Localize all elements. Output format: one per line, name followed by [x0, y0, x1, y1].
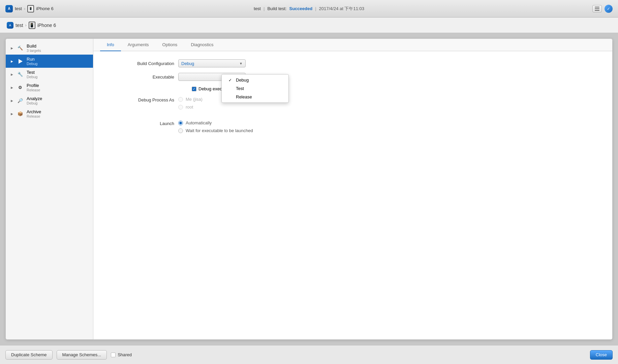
radio-wait-row: Wait for executable to be launched — [178, 128, 253, 133]
close-button[interactable]: Close — [590, 350, 613, 360]
option-debug-check: ✓ — [228, 78, 233, 83]
archive-icon: 📦 — [17, 110, 24, 118]
build-config-row: Build Configuration Debug ▼ — [107, 59, 599, 67]
hamburger-button[interactable] — [592, 5, 602, 12]
sidebar-subtitle-archive: Release — [27, 114, 89, 118]
build-config-value: Debug — [181, 61, 194, 66]
breadcrumb-device-icon: 📱 — [29, 22, 35, 29]
user-avatar[interactable]: ✓ — [605, 5, 613, 13]
xcode-icon: A — [5, 5, 13, 12]
executable-label: Executable — [107, 74, 174, 80]
tab-arguments[interactable]: Arguments — [121, 39, 156, 51]
device-name: iPhone 6 — [36, 6, 53, 11]
debug-process-label: Debug Process As — [107, 97, 174, 102]
hamburger-line3 — [595, 10, 599, 11]
breadcrumb-device[interactable]: iPhone 6 — [37, 23, 56, 28]
option-test-label: Test — [236, 86, 244, 91]
sidebar-arrow-profile: ▶ — [10, 86, 14, 90]
device-icon: 📱 — [27, 5, 34, 12]
radio-auto-row: Automatically — [178, 120, 253, 125]
hamburger-line1 — [595, 7, 599, 7]
breadcrumb-project[interactable]: test — [16, 23, 23, 28]
breadcrumb-xcode-icon: A — [7, 22, 13, 29]
option-debug-label: Debug — [236, 78, 249, 83]
sidebar-subtitle-profile: Release — [27, 88, 89, 92]
sidebar-title-run: Run — [27, 57, 89, 62]
build-config-dropdown[interactable]: Debug ▼ — [178, 59, 246, 67]
status-build-label: Build test: — [267, 6, 286, 11]
radio-me-label: Me (jisa) — [186, 97, 203, 102]
duplicate-scheme-button[interactable]: Duplicate Scheme — [5, 350, 53, 360]
sidebar-text-analyze: Analyze Debug — [27, 96, 89, 105]
analyze-icon: 🔎 — [17, 97, 24, 104]
sidebar-subtitle-analyze: Debug — [27, 101, 89, 105]
status-separator: | — [264, 6, 265, 11]
dialog-inner: ▶ 🔨 Build 3 targets ▶ — [6, 39, 612, 339]
status-sep2: | — [315, 6, 316, 11]
dropdown-arrow: ▼ — [239, 62, 243, 65]
sidebar-text-profile: Profile Release — [27, 83, 89, 92]
run-play-icon — [17, 58, 23, 64]
sidebar-arrow-run: ▶ — [10, 59, 14, 63]
build-status-center: test | Build test: Succeeded | 2017/4/24… — [254, 6, 364, 12]
radio-auto-label: Automatically — [186, 120, 212, 125]
debug-process-options: Me (jisa) root — [178, 97, 203, 110]
sidebar-item-archive[interactable]: ▶ 📦 Archive Release — [6, 107, 93, 120]
hamburger-line2 — [595, 8, 599, 9]
profile-icon: ⚙ — [17, 84, 24, 91]
sidebar-title-build: Build — [27, 43, 89, 49]
launch-label: Launch — [107, 120, 174, 126]
sidebar-title-analyze: Analyze — [27, 96, 89, 101]
breadcrumb-chevron: › — [25, 23, 27, 28]
radio-me-row: Me (jisa) — [178, 97, 203, 102]
radio-root[interactable] — [178, 105, 183, 110]
scheme-selector[interactable]: A test › 📱 iPhone 6 — [5, 5, 54, 12]
build-icon: 🔨 — [17, 44, 24, 52]
radio-wait-label: Wait for executable to be launched — [186, 128, 253, 133]
shared-checkbox[interactable] — [111, 353, 116, 357]
sidebar-item-profile[interactable]: ▶ ⚙ Profile Release — [6, 81, 93, 94]
launch-row: Launch Automatically Wait for executable… — [107, 120, 599, 139]
bottom-bar: Duplicate Scheme Manage Schemes... Share… — [0, 345, 618, 364]
radio-root-label: root — [186, 104, 193, 110]
sidebar-arrow-build: ▶ — [10, 46, 14, 50]
radio-me[interactable] — [178, 97, 183, 102]
radio-root-row: root — [178, 104, 203, 110]
scheme-name: test — [15, 6, 22, 11]
scheme-sidebar: ▶ 🔨 Build 3 targets ▶ — [6, 39, 93, 339]
shared-container: Shared — [111, 352, 132, 357]
main-content: ▶ 🔨 Build 3 targets ▶ — [0, 33, 618, 345]
sidebar-title-archive: Archive — [27, 109, 89, 114]
run-icon — [17, 58, 24, 65]
manage-schemes-button[interactable]: Manage Schemes... — [57, 350, 107, 360]
sidebar-subtitle-run: Debug — [27, 62, 89, 66]
radio-wait[interactable] — [178, 128, 183, 133]
option-release[interactable]: Release — [222, 93, 288, 101]
content-area: Build Configuration Debug ▼ Executable — [93, 51, 612, 339]
sidebar-item-analyze[interactable]: ▶ 🔎 Analyze Debug — [6, 94, 93, 107]
sidebar-title-profile: Profile — [27, 83, 89, 88]
sidebar-item-run[interactable]: ▶ Run Debug — [6, 55, 93, 68]
sidebar-arrow-test: ▶ — [10, 72, 14, 77]
option-test[interactable]: Test — [222, 84, 288, 93]
title-bar: A test › 📱 iPhone 6 test | Build test: S… — [0, 0, 618, 18]
tab-bar: Info Arguments Options Diagnostics — [93, 39, 612, 51]
tab-info[interactable]: Info — [100, 39, 121, 51]
launch-options: Automatically Wait for executable to be … — [178, 120, 253, 133]
sidebar-arrow-archive: ▶ — [10, 112, 14, 116]
sidebar-text-build: Build 3 targets — [27, 43, 89, 53]
build-config-control: Debug ▼ — [178, 59, 246, 67]
debug-executable-checkbox[interactable]: ✓ — [192, 87, 196, 91]
option-debug[interactable]: ✓ Debug — [222, 76, 288, 84]
status-succeeded: Succeeded — [289, 6, 312, 11]
radio-auto[interactable] — [178, 121, 183, 125]
sidebar-item-test[interactable]: ▶ 🔧 Test Debug — [6, 68, 93, 81]
tab-options[interactable]: Options — [156, 39, 184, 51]
sidebar-text-run: Run Debug — [27, 57, 89, 66]
sidebar-text-test: Test Debug — [27, 70, 89, 79]
title-chevron: › — [24, 6, 25, 11]
right-panel: Info Arguments Options Diagnostics Build… — [93, 39, 612, 339]
sidebar-subtitle-build: 3 targets — [27, 49, 89, 53]
tab-diagnostics[interactable]: Diagnostics — [184, 39, 220, 51]
sidebar-item-build[interactable]: ▶ 🔨 Build 3 targets — [6, 41, 93, 55]
